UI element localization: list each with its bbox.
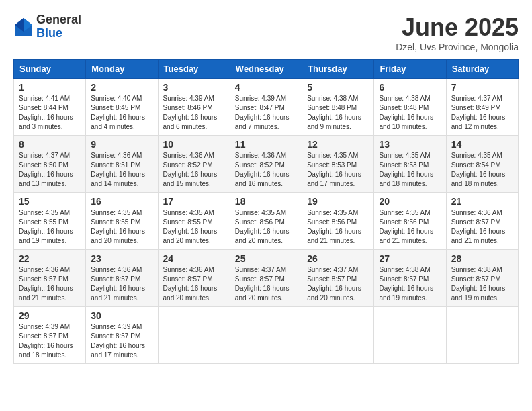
day-cell: 16 Sunrise: 4:35 AM Sunset: 8:55 PM Dayl… [86,193,158,250]
day-info: Sunrise: 4:37 AM Sunset: 8:49 PM Dayligh… [451,94,513,132]
day-info: Sunrise: 4:36 AM Sunset: 8:51 PM Dayligh… [91,151,152,189]
day-cell: 20 Sunrise: 4:35 AM Sunset: 8:56 PM Dayl… [374,193,446,250]
day-cell: 5 Sunrise: 4:38 AM Sunset: 8:48 PM Dayli… [302,79,374,136]
day-number: 11 [235,139,297,150]
day-cell: 21 Sunrise: 4:36 AM Sunset: 8:57 PM Dayl… [446,193,518,250]
day-cell: 9 Sunrise: 4:36 AM Sunset: 8:51 PM Dayli… [86,136,158,193]
day-cell: 1 Sunrise: 4:41 AM Sunset: 8:44 PM Dayli… [14,79,86,136]
day-info: Sunrise: 4:38 AM Sunset: 8:48 PM Dayligh… [307,94,369,132]
day-number: 16 [91,196,152,207]
day-cell: 12 Sunrise: 4:35 AM Sunset: 8:53 PM Dayl… [302,136,374,193]
day-info: Sunrise: 4:35 AM Sunset: 8:56 PM Dayligh… [307,208,369,246]
day-info: Sunrise: 4:36 AM Sunset: 8:57 PM Dayligh… [451,208,513,246]
week-row-3: 15 Sunrise: 4:35 AM Sunset: 8:55 PM Dayl… [14,193,519,250]
day-number: 2 [91,82,152,93]
day-cell [302,307,374,364]
day-number: 10 [163,139,225,150]
day-cell: 14 Sunrise: 4:35 AM Sunset: 8:54 PM Dayl… [446,136,518,193]
header-cell-wednesday: Wednesday [230,60,302,79]
day-number: 12 [307,139,369,150]
day-cell: 25 Sunrise: 4:37 AM Sunset: 8:57 PM Dayl… [230,250,302,307]
day-cell: 4 Sunrise: 4:39 AM Sunset: 8:47 PM Dayli… [230,79,302,136]
title-area: June 2025 Dzel, Uvs Province, Mongolia [396,13,519,52]
day-cell: 6 Sunrise: 4:38 AM Sunset: 8:48 PM Dayli… [374,79,446,136]
day-cell: 11 Sunrise: 4:36 AM Sunset: 8:52 PM Dayl… [230,136,302,193]
main-title: June 2025 [396,13,519,42]
day-number: 1 [19,82,81,93]
day-number: 24 [163,253,225,264]
day-info: Sunrise: 4:36 AM Sunset: 8:52 PM Dayligh… [163,151,225,189]
day-number: 20 [379,196,441,207]
day-cell: 29 Sunrise: 4:39 AM Sunset: 8:57 PM Dayl… [14,307,86,364]
day-cell: 24 Sunrise: 4:36 AM Sunset: 8:57 PM Dayl… [158,250,230,307]
subtitle: Dzel, Uvs Province, Mongolia [396,42,519,52]
calendar-header: SundayMondayTuesdayWednesdayThursdayFrid… [14,60,519,79]
day-cell: 10 Sunrise: 4:36 AM Sunset: 8:52 PM Dayl… [158,136,230,193]
logo: General Blue [13,13,81,40]
day-cell: 19 Sunrise: 4:35 AM Sunset: 8:56 PM Dayl… [302,193,374,250]
day-cell: 22 Sunrise: 4:36 AM Sunset: 8:57 PM Dayl… [14,250,86,307]
day-number: 7 [451,82,513,93]
day-cell: 3 Sunrise: 4:39 AM Sunset: 8:46 PM Dayli… [158,79,230,136]
day-number: 5 [307,82,369,93]
header-row: SundayMondayTuesdayWednesdayThursdayFrid… [14,60,519,79]
day-number: 6 [379,82,441,93]
logo-blue: Blue [36,27,81,40]
day-cell: 15 Sunrise: 4:35 AM Sunset: 8:55 PM Dayl… [14,193,86,250]
day-info: Sunrise: 4:36 AM Sunset: 8:52 PM Dayligh… [235,151,297,189]
day-number: 9 [91,139,152,150]
day-cell: 2 Sunrise: 4:40 AM Sunset: 8:45 PM Dayli… [86,79,158,136]
day-info: Sunrise: 4:35 AM Sunset: 8:56 PM Dayligh… [235,208,297,246]
week-row-1: 1 Sunrise: 4:41 AM Sunset: 8:44 PM Dayli… [14,79,519,136]
day-info: Sunrise: 4:35 AM Sunset: 8:53 PM Dayligh… [307,151,369,189]
day-cell: 17 Sunrise: 4:35 AM Sunset: 8:55 PM Dayl… [158,193,230,250]
day-number: 17 [163,196,225,207]
day-cell: 27 Sunrise: 4:38 AM Sunset: 8:57 PM Dayl… [374,250,446,307]
day-number: 8 [19,139,81,150]
calendar-body: 1 Sunrise: 4:41 AM Sunset: 8:44 PM Dayli… [14,79,519,364]
day-cell: 30 Sunrise: 4:39 AM Sunset: 8:57 PM Dayl… [86,307,158,364]
header-cell-sunday: Sunday [14,60,86,79]
day-cell: 8 Sunrise: 4:37 AM Sunset: 8:50 PM Dayli… [14,136,86,193]
day-info: Sunrise: 4:40 AM Sunset: 8:45 PM Dayligh… [91,94,152,132]
day-info: Sunrise: 4:38 AM Sunset: 8:57 PM Dayligh… [451,265,513,303]
day-info: Sunrise: 4:37 AM Sunset: 8:57 PM Dayligh… [235,265,297,303]
header-cell-friday: Friday [374,60,446,79]
day-info: Sunrise: 4:38 AM Sunset: 8:57 PM Dayligh… [379,265,441,303]
day-info: Sunrise: 4:37 AM Sunset: 8:50 PM Dayligh… [19,151,81,189]
header-cell-saturday: Saturday [446,60,518,79]
day-info: Sunrise: 4:38 AM Sunset: 8:48 PM Dayligh… [379,94,441,132]
day-number: 4 [235,82,297,93]
day-cell: 23 Sunrise: 4:36 AM Sunset: 8:57 PM Dayl… [86,250,158,307]
day-cell: 13 Sunrise: 4:35 AM Sunset: 8:53 PM Dayl… [374,136,446,193]
day-number: 28 [451,253,513,264]
day-info: Sunrise: 4:39 AM Sunset: 8:46 PM Dayligh… [163,94,225,132]
day-number: 14 [451,139,513,150]
page-header: General Blue June 2025 Dzel, Uvs Provinc… [13,13,519,52]
calendar-table: SundayMondayTuesdayWednesdayThursdayFrid… [13,59,519,364]
day-number: 21 [451,196,513,207]
day-number: 18 [235,196,297,207]
week-row-4: 22 Sunrise: 4:36 AM Sunset: 8:57 PM Dayl… [14,250,519,307]
day-info: Sunrise: 4:36 AM Sunset: 8:57 PM Dayligh… [91,265,152,303]
day-number: 19 [307,196,369,207]
week-row-2: 8 Sunrise: 4:37 AM Sunset: 8:50 PM Dayli… [14,136,519,193]
header-cell-monday: Monday [86,60,158,79]
day-number: 3 [163,82,225,93]
day-cell: 18 Sunrise: 4:35 AM Sunset: 8:56 PM Dayl… [230,193,302,250]
day-info: Sunrise: 4:35 AM Sunset: 8:54 PM Dayligh… [451,151,513,189]
day-cell: 26 Sunrise: 4:37 AM Sunset: 8:57 PM Dayl… [302,250,374,307]
day-info: Sunrise: 4:35 AM Sunset: 8:55 PM Dayligh… [91,208,152,246]
day-cell [374,307,446,364]
day-number: 15 [19,196,81,207]
week-row-5: 29 Sunrise: 4:39 AM Sunset: 8:57 PM Dayl… [14,307,519,364]
logo-text: General Blue [36,13,81,40]
logo-icon [13,17,34,37]
day-number: 26 [307,253,369,264]
day-cell [158,307,230,364]
day-info: Sunrise: 4:35 AM Sunset: 8:53 PM Dayligh… [379,151,441,189]
day-cell [230,307,302,364]
day-number: 29 [19,310,81,321]
header-cell-thursday: Thursday [302,60,374,79]
day-info: Sunrise: 4:39 AM Sunset: 8:57 PM Dayligh… [19,322,81,360]
